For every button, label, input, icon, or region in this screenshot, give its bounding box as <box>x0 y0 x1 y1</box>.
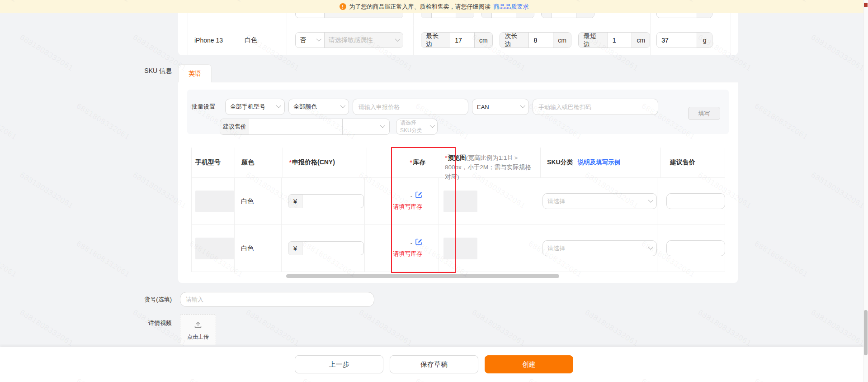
batch-barcode-type-select[interactable]: EAN <box>472 99 529 115</box>
batch-model-select[interactable]: 全部手机型号 <box>225 99 285 115</box>
batch-row-1: 批量设置 全部手机型号 全部颜色 EAN <box>187 90 729 115</box>
category-help-link[interactable]: 说明及填写示例 <box>578 158 621 167</box>
sensitive-select-group[interactable] <box>295 13 403 18</box>
chevron-down-icon <box>316 36 321 41</box>
header-price: *申报价格(CNY) <box>283 148 368 177</box>
batch-color-select[interactable]: 全部颜色 <box>288 99 349 115</box>
watermark-text: 6881808332061 <box>809 33 866 73</box>
tab-english[interactable]: 英语 <box>178 64 212 82</box>
suggest-price-label: 建议售价 <box>220 119 249 134</box>
item-no-input[interactable] <box>180 292 374 307</box>
weight-input[interactable] <box>661 37 692 44</box>
dim-longest-input[interactable] <box>455 37 470 44</box>
preview-image-placeholder <box>443 191 477 212</box>
spec-table: iPhone 13 白色 否 请选择敏感属性 <box>188 13 731 55</box>
sku-section-label: SKU 信息 <box>122 67 172 75</box>
spec-cell-dimensions <box>414 13 651 25</box>
batch-sku-category-select[interactable]: 请选择SKU分类 <box>396 119 438 135</box>
spec-card: iPhone 13 白色 否 请选择敏感属性 <box>178 13 738 55</box>
sku-row: 白色 ¥ - 请填写库存 <box>192 178 725 225</box>
upload-clip: 点击上传 <box>180 314 217 345</box>
edit-icon[interactable] <box>415 239 422 247</box>
sku-category-select[interactable]: 请选择 <box>542 240 657 256</box>
dim-second-input[interactable] <box>533 37 548 44</box>
cell-color: 白色 <box>235 225 282 272</box>
currency-symbol: ¥ <box>288 242 302 255</box>
banner-text: 为了您的商品能正常入库、质检和售卖，请您仔细阅读 <box>349 3 491 11</box>
sensitive-select-group: 否 请选择敏感属性 <box>295 32 403 48</box>
header-suggest-price: 建议售价 <box>661 148 725 177</box>
price-input-group: ¥ <box>288 241 364 255</box>
watermark-text: 6881808332061 <box>75 102 132 142</box>
price-input[interactable] <box>307 198 359 205</box>
watermark-text: 6881808332061 <box>753 239 810 280</box>
suggest-price-input[interactable] <box>249 119 342 134</box>
watermark-text: 6881808332061 <box>75 239 132 280</box>
header-preview: *预览图(宽高比例为1:1且＞800px，小于2M；需与实际规格对应) <box>442 148 541 177</box>
sku-table: 手机型号 颜色 *申报价格(CNY) *库存 *预览图(宽高比例为1:1且＞80… <box>191 148 725 272</box>
header-color: 颜色 <box>235 148 283 177</box>
price-input-group: ¥ <box>288 194 364 208</box>
watermark-text: 6881808332061 <box>244 308 301 349</box>
vertical-scrollbar[interactable] <box>863 0 868 382</box>
dim-shortest-input[interactable] <box>613 37 627 44</box>
save-draft-button[interactable]: 保存草稿 <box>390 355 478 373</box>
currency-symbol: ¥ <box>288 195 302 208</box>
horizontal-scrollbar-thumb[interactable] <box>286 274 559 278</box>
sku-row: 白色 ¥ - 请填写库存 <box>192 225 725 272</box>
price-input[interactable] <box>307 245 359 252</box>
quality-requirements-link[interactable]: 商品品质要求 <box>494 3 529 11</box>
watermark-text: 6881808332061 <box>0 102 19 142</box>
dim-shortest-label: 最短边 <box>579 33 608 48</box>
model-image-placeholder <box>195 191 234 212</box>
spec-cell-model <box>188 13 238 25</box>
chevron-down-icon <box>276 103 281 108</box>
spec-cell-sensitive <box>287 13 414 25</box>
edit-icon[interactable] <box>415 191 422 200</box>
batch-row-2: 建议售价 请选择SKU分类 <box>220 119 729 135</box>
batch-barcode-input[interactable] <box>533 99 658 115</box>
spec-cell-weight <box>651 13 731 25</box>
special-goods-select[interactable]: 否 <box>296 33 324 48</box>
spec-cell-color <box>238 13 287 25</box>
detail-video-label: 详情视频 <box>118 319 172 327</box>
cell-stock: - 请填写库存 <box>365 225 439 272</box>
stock-error-text: 请填写库存 <box>393 203 422 211</box>
watermark-text: 6881808332061 <box>470 308 527 349</box>
watermark-text: 6881808332061 <box>18 33 75 73</box>
watermark-text: 6881808332061 <box>809 308 866 349</box>
dim-longest-unit: cm <box>474 33 492 48</box>
fill-button[interactable]: 填写 <box>688 107 720 120</box>
batch-price-input[interactable] <box>353 99 468 115</box>
cell-price: ¥ <box>282 178 365 224</box>
video-upload-button[interactable]: 点击上传 <box>180 314 216 345</box>
vertical-scrollbar-thumb[interactable] <box>864 310 868 355</box>
prev-step-button[interactable]: 上一步 <box>295 355 383 373</box>
chevron-down-icon <box>520 103 525 108</box>
watermark-text: 6881808332061 <box>753 102 810 142</box>
stock-error-text: 请填写库存 <box>393 250 422 258</box>
footer-action-bar: 上一步 保存草稿 创建 <box>0 347 868 382</box>
suggest-price-row-input[interactable] <box>666 193 725 209</box>
chevron-down-icon <box>340 103 345 108</box>
spec-dimensions-cell: 最长边 cm 次长边 cm 最短边 cm <box>414 25 651 55</box>
preview-image-placeholder <box>443 238 477 259</box>
weight-group: g <box>656 32 712 48</box>
watermark-text: 6881808332061 <box>696 308 753 349</box>
dim-second-unit: cm <box>553 33 571 48</box>
spec-color-cell: 白色 <box>238 25 287 55</box>
stock-value: - <box>410 192 412 199</box>
create-button[interactable]: 创建 <box>485 355 573 373</box>
header-stock: *库存 <box>367 148 442 177</box>
dim-second-group: 次长边 cm <box>500 32 571 48</box>
dim-shortest-unit: cm <box>632 33 650 48</box>
spec-model-cell: iPhone 13 <box>188 25 238 55</box>
watermark-text: 6881808332061 <box>131 308 188 349</box>
cell-suggest-price <box>657 178 725 224</box>
sku-category-select[interactable]: 请选择 <box>542 193 657 209</box>
warning-icon: ! <box>340 3 346 10</box>
sensitive-attr-select[interactable]: 请选择敏感属性 <box>324 33 403 48</box>
upload-icon <box>194 321 202 330</box>
suggest-price-row-input[interactable] <box>666 240 725 256</box>
suggest-currency-select[interactable] <box>342 119 389 134</box>
